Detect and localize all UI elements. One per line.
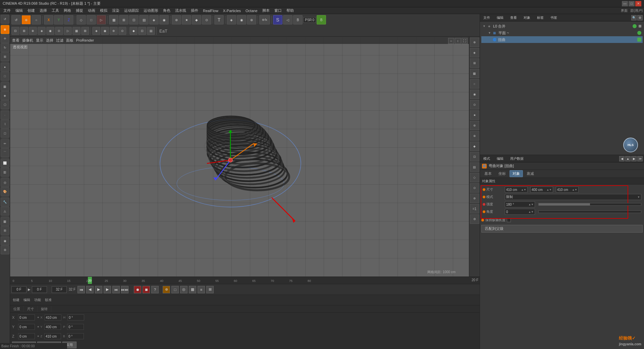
- vp-rt-icon-7[interactable]: ⊙: [470, 100, 479, 109]
- step-fwd-btn[interactable]: ▶: [104, 286, 111, 293]
- tb-anim2[interactable]: ★: [182, 15, 191, 24]
- vp-menu-display[interactable]: 显示: [36, 38, 43, 43]
- obj-visible-l0[interactable]: [633, 24, 637, 28]
- tb-obj2[interactable]: ◉: [237, 15, 246, 24]
- tb-render[interactable]: ▷: [97, 15, 106, 24]
- vp-ctrl-pan[interactable]: ↔: [448, 38, 454, 44]
- menu-octane[interactable]: Octane: [244, 8, 259, 13]
- tb-undo[interactable]: ↺: [11, 15, 21, 24]
- viewport[interactable]: 查看 摄像机 显示 选择 过滤 面板 ProRender ↔ ↕ ⛶ 透视视图: [10, 37, 469, 277]
- menu-realflow[interactable]: RealFlow: [201, 8, 220, 13]
- key-btn4[interactable]: ▦: [189, 286, 196, 293]
- tb-move[interactable]: ○: [32, 15, 41, 24]
- vp-menu-view[interactable]: 查看: [12, 38, 19, 43]
- tb-y-axis[interactable]: Y: [54, 15, 63, 24]
- props-tab-object[interactable]: 对象: [509, 170, 523, 177]
- props-tab-coord[interactable]: 坐标: [495, 170, 509, 177]
- menu-snap[interactable]: 捕捉: [74, 7, 85, 14]
- tool-pen[interactable]: ✏: [1, 139, 9, 148]
- tool-texture[interactable]: ⬡: [1, 100, 9, 109]
- vp-rt-icon-3[interactable]: ⊞: [470, 58, 479, 68]
- vp-rt-icon-equals[interactable]: =1: [470, 204, 479, 213]
- tb-mat1[interactable]: ▦: [109, 15, 118, 24]
- timeline-ruler[interactable]: 0 5 10 15 20 25 30 35 40 45 50 55 60 65 …: [10, 277, 480, 284]
- step-back-btn[interactable]: ◀: [86, 286, 94, 293]
- tb2-snap8[interactable]: ▦: [72, 27, 80, 35]
- obj-expand-l0[interactable]: ▼: [483, 24, 486, 28]
- props-mode[interactable]: 模式: [481, 156, 492, 162]
- menu-xparticles[interactable]: X-Particles: [221, 8, 243, 13]
- tb2-snap9[interactable]: ⊞: [81, 27, 89, 35]
- tb-mat6[interactable]: ◉: [159, 15, 169, 24]
- menu-select[interactable]: 选择: [38, 7, 49, 14]
- key-btn6[interactable]: ⊞: [206, 286, 214, 293]
- tb-mat3[interactable]: ⊡: [129, 15, 139, 24]
- end-frame-input[interactable]: 32 F: [52, 286, 67, 293]
- menu-create[interactable]: 创建: [25, 7, 37, 14]
- vp-rt-icon-5[interactable]: ○: [470, 79, 479, 89]
- key-btn5[interactable]: ≡: [198, 286, 205, 293]
- obj-checkmark-deform[interactable]: [637, 38, 641, 42]
- menu-character[interactable]: 角色: [161, 7, 172, 14]
- prop-input-angle[interactable]: 0 ▲▼: [505, 209, 535, 215]
- tb-render-view[interactable]: □: [87, 15, 96, 24]
- vp-ctrl-fullscreen[interactable]: ⛶: [462, 38, 468, 44]
- objmgr-object[interactable]: 对象: [522, 15, 532, 21]
- tb2-obj4[interactable]: ⊙: [118, 27, 126, 35]
- tool-scale[interactable]: ⊞: [1, 52, 9, 61]
- tb-obj1[interactable]: ◈: [227, 15, 236, 24]
- tool-edge[interactable]: ⌇: [1, 120, 9, 129]
- tool-object[interactable]: ◈: [1, 91, 9, 100]
- tb-arrow2[interactable]: B: [293, 15, 303, 24]
- menu-simulate[interactable]: 模拟: [98, 7, 109, 14]
- tool-polygon[interactable]: ◻: [1, 129, 9, 138]
- tb2-snap1[interactable]: ⊡: [11, 27, 19, 35]
- menu-mesh[interactable]: 网格: [62, 7, 73, 14]
- menu-edit[interactable]: 编辑: [13, 7, 25, 14]
- tool-snap2[interactable]: ⊞: [1, 226, 9, 235]
- coord-y-size[interactable]: 400 cm: [44, 324, 61, 330]
- tool-move[interactable]: ✛: [1, 34, 9, 43]
- maximize-button[interactable]: □: [629, 1, 635, 6]
- coord-tab-size[interactable]: 尺寸: [24, 306, 38, 312]
- vp-rt-icon-11[interactable]: ◆: [470, 142, 479, 151]
- menu-pipeline[interactable]: 流水线: [173, 7, 188, 14]
- objmgr-view[interactable]: 查看: [508, 15, 519, 21]
- tb2-snap3[interactable]: ⊕: [29, 27, 37, 35]
- vp-rt-icon-1[interactable]: ⊕: [470, 38, 479, 47]
- obj-row-deform[interactable]: 🌀 扭曲: [481, 36, 643, 43]
- coord-tab-pos[interactable]: 位置: [10, 306, 24, 312]
- tool-magnet[interactable]: 🔧: [1, 198, 9, 206]
- menu-plugins[interactable]: 插件: [189, 7, 200, 14]
- tb2-snap4[interactable]: ◈: [38, 27, 46, 35]
- prop-slider-angle[interactable]: [538, 210, 641, 213]
- vp-menu-camera[interactable]: 摄像机: [22, 38, 33, 43]
- tb-z-axis[interactable]: Z: [64, 15, 73, 24]
- key-btn3[interactable]: ◎: [180, 286, 187, 293]
- tb2-snap2[interactable]: ⊞: [20, 27, 28, 35]
- key-btn2[interactable]: □: [171, 286, 179, 293]
- coord-z-size[interactable]: 410 cm: [44, 333, 61, 339]
- props-edit[interactable]: 编辑: [495, 156, 505, 162]
- play-btn[interactable]: ▶: [95, 286, 102, 293]
- tb2-obj2[interactable]: ◉: [101, 27, 109, 35]
- key-btn[interactable]: ⊕: [163, 286, 170, 293]
- tool-model[interactable]: ▦: [1, 82, 9, 91]
- vp-rt-icon-4[interactable]: ▦: [470, 69, 479, 78]
- menu-script[interactable]: 脚本: [260, 7, 272, 14]
- tb-mat5[interactable]: ◈: [149, 15, 159, 24]
- tb2-snap7[interactable]: ▷: [64, 27, 72, 35]
- vp-rt-icon-8[interactable]: ★: [470, 110, 479, 120]
- current-frame-input[interactable]: 0 F: [32, 286, 47, 293]
- vp-rt-icon-9[interactable]: ⊛: [470, 121, 479, 130]
- coord-z-pos[interactable]: 0 cm: [18, 333, 35, 339]
- tb-mat2[interactable]: ⊞: [119, 15, 128, 24]
- tool-spline[interactable]: ⌒: [1, 148, 9, 157]
- obj-row-l0[interactable]: ▼ ◈ L0 合并: [481, 23, 643, 30]
- search-icon[interactable]: 🔍: [631, 15, 637, 20]
- menu-tools[interactable]: 工具: [50, 7, 61, 14]
- tb-render-region[interactable]: ◇: [76, 15, 86, 24]
- coord-x-pos[interactable]: 0 cm: [18, 314, 35, 320]
- tb2-snap5[interactable]: ◉: [46, 27, 54, 35]
- obj-expand-plane[interactable]: ▼: [488, 31, 491, 35]
